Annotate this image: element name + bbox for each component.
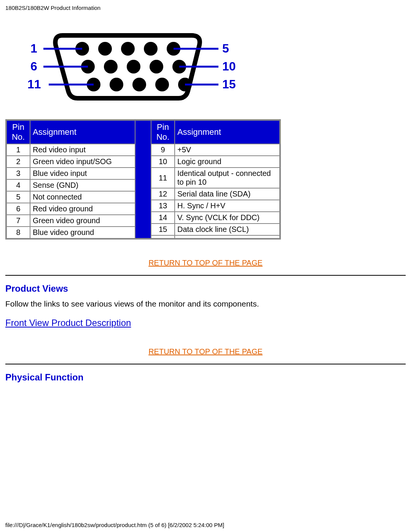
pin-number-cell: 13: [151, 200, 175, 212]
return-to-top-link[interactable]: RETURN TO TOP OF THE PAGE: [148, 347, 263, 356]
table-row: 1Red video input: [6, 144, 135, 156]
pin-number-cell: 11: [151, 168, 175, 188]
svg-point-11: [110, 78, 123, 91]
table-row: 2Green video input/SOG: [6, 156, 135, 168]
svg-point-12: [132, 78, 146, 91]
pin-label-1: 1: [30, 42, 37, 56]
pin-number-cell: 1: [6, 144, 30, 156]
page-header: 180B2S/180B2W Product Information: [0, 0, 411, 13]
table-row: 9+5V: [151, 144, 280, 156]
return-to-top-link[interactable]: RETURN TO TOP OF THE PAGE: [148, 259, 263, 267]
pin-number-cell: 6: [6, 203, 30, 215]
col-assignment: Assignment: [30, 120, 135, 144]
product-views-text: Follow the links to see various views of…: [5, 299, 406, 308]
pin-assignment-cell: V. Sync (VCLK for DDC): [175, 212, 280, 224]
front-view-link[interactable]: Front View Product Description: [5, 318, 131, 328]
table-row: 7Green video ground: [6, 215, 135, 227]
pin-label-5: 5: [222, 42, 229, 56]
pin-assignment-cell: Red video input: [30, 144, 135, 156]
pin-assignment-cell: [175, 235, 280, 238]
table-row: [151, 235, 280, 238]
pin-number-cell: 4: [6, 179, 30, 191]
pin-number-cell: 2: [6, 156, 30, 168]
col-pin-no: Pin No.: [6, 120, 30, 144]
pin-assignment-cell: Blue video ground: [30, 227, 135, 238]
pin-label-10: 10: [222, 59, 236, 73]
pin-number-cell: 12: [151, 188, 175, 200]
pin-label-6: 6: [30, 59, 37, 73]
pin-assignment-cell: Sense (GND): [30, 179, 135, 191]
pin-number-cell: [151, 235, 175, 238]
product-views-heading: Product Views: [5, 283, 406, 294]
svg-point-7: [127, 60, 140, 73]
pin-assignment-cell: Logic ground: [175, 156, 280, 168]
table-row: 13H. Sync / H+V: [151, 200, 280, 212]
pin-number-cell: 10: [151, 156, 175, 168]
pin-assignment-cell: Serial data line (SDA): [175, 188, 280, 200]
svg-point-13: [155, 78, 169, 91]
pin-number-cell: 14: [151, 212, 175, 224]
svg-point-2: [121, 42, 135, 56]
divider: [5, 364, 406, 364]
col-assignment: Assignment: [175, 120, 280, 144]
table-row: 4Sense (GND): [6, 179, 135, 191]
pin-number-cell: 8: [6, 227, 30, 238]
pin-number-cell: 3: [6, 168, 30, 179]
pin-assignment-cell: Blue video input: [30, 168, 135, 179]
pin-assignment-cell: Red video ground: [30, 203, 135, 215]
table-row: 8Blue video ground: [6, 227, 135, 238]
pin-assignment-cell: Green video ground: [30, 215, 135, 227]
table-row: 14V. Sync (VCLK for DDC): [151, 212, 280, 224]
table-row: 11Identical output - connected to pin 10: [151, 168, 280, 188]
pin-assignment-cell: Data clock line (SCL): [175, 224, 280, 235]
pin-number-cell: 15: [151, 224, 175, 235]
pin-number-cell: 5: [6, 191, 30, 203]
svg-point-8: [150, 60, 163, 73]
pin-assignment-cell: H. Sync / H+V: [175, 200, 280, 212]
svg-point-1: [98, 42, 112, 56]
table-row: 15Data clock line (SCL): [151, 224, 280, 235]
table-row: 6Red video ground: [6, 203, 135, 215]
divider: [5, 275, 406, 276]
pin-assignment-cell: Green video input/SOG: [30, 156, 135, 168]
pin-assignment-cell: Not connected: [30, 191, 135, 203]
col-pin-no: Pin No.: [151, 120, 175, 144]
table-spacer: [135, 120, 151, 239]
footer-path: file:///D|/Grace/K1/english/180b2sw/prod…: [5, 522, 224, 528]
svg-point-3: [144, 42, 158, 56]
pin-assignment-cell: +5V: [175, 144, 280, 156]
table-row: 10Logic ground: [151, 156, 280, 168]
svg-point-6: [104, 60, 118, 73]
pin-assignment-tables: Pin No. Assignment 1Red video input2Gree…: [5, 119, 281, 240]
pin-table-right: Pin No. Assignment 9+5V10Logic ground11I…: [151, 120, 280, 239]
pin-assignment-cell: Identical output - connected to pin 10: [175, 168, 280, 188]
table-row: 12Serial data line (SDA): [151, 188, 280, 200]
pin-number-cell: 9: [151, 144, 175, 156]
pin-number-cell: 7: [6, 215, 30, 227]
pin-label-15: 15: [222, 77, 236, 91]
table-row: 5Not connected: [6, 191, 135, 203]
vga-connector-svg: [28, 24, 234, 104]
pin-label-11: 11: [27, 77, 41, 91]
physical-function-heading: Physical Function: [5, 372, 406, 383]
pin-table-left: Pin No. Assignment 1Red video input2Gree…: [6, 120, 135, 239]
connector-diagram: 1 6 11 5 10 15: [0, 13, 411, 108]
table-row: 3Blue video input: [6, 168, 135, 179]
